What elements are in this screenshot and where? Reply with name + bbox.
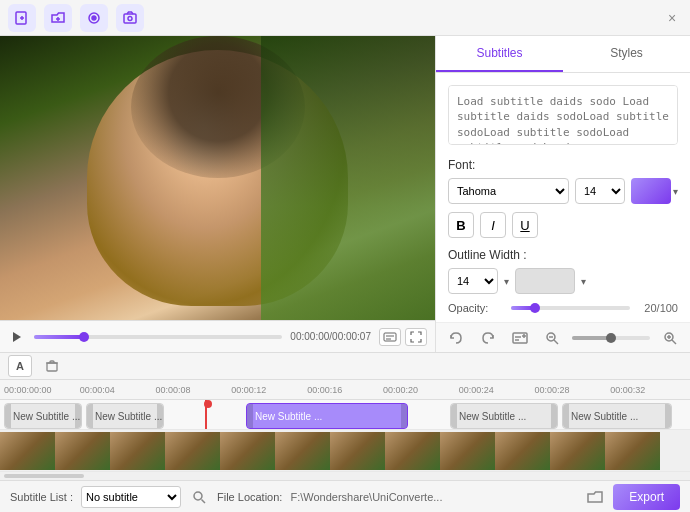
photo-thumb-3	[110, 432, 165, 470]
clip-4-left-handle[interactable]	[451, 404, 457, 428]
tab-styles[interactable]: Styles	[563, 36, 690, 72]
time-mark-1: 00:00:04	[80, 385, 156, 395]
main-content: 00:00:00/00:00:07	[0, 36, 690, 352]
subtitle-textarea[interactable]	[448, 85, 678, 145]
subtitle-clip-4[interactable]: New Subtitle ...	[450, 403, 558, 429]
video-panel: 00:00:00/00:00:07	[0, 36, 435, 352]
zoom-out-icon[interactable]	[540, 326, 564, 350]
clip-5-left-handle[interactable]	[563, 404, 569, 428]
zoom-in-icon[interactable]	[658, 326, 682, 350]
bottom-bar: Subtitle List : No subtitle File Locatio…	[0, 480, 690, 512]
italic-button[interactable]: I	[480, 212, 506, 238]
add-folder-icon[interactable]	[44, 4, 72, 32]
time-mark-5: 00:00:20	[383, 385, 459, 395]
subtitle-list-label: Subtitle List :	[10, 491, 73, 503]
clip-2-left-handle[interactable]	[87, 404, 93, 428]
clip-3-right-handle[interactable]	[401, 404, 407, 428]
photo-thumb-8	[385, 432, 440, 470]
clip-1-left-handle[interactable]	[5, 404, 11, 428]
subtitle-list-select[interactable]: No subtitle	[81, 486, 181, 508]
time-mark-3: 00:00:12	[231, 385, 307, 395]
font-size-select[interactable]: 14	[575, 178, 625, 204]
opacity-thumb	[530, 303, 540, 313]
time-mark-7: 00:00:28	[534, 385, 610, 395]
time-mark-0: 00:00:00:00	[4, 385, 80, 395]
svg-point-8	[128, 16, 132, 20]
delete-clip-icon[interactable]	[40, 355, 64, 377]
opacity-slider[interactable]	[511, 306, 630, 310]
control-icons	[379, 328, 427, 346]
time-mark-4: 00:00:16	[307, 385, 383, 395]
svg-marker-9	[13, 332, 21, 342]
timeline-scrollbar[interactable]	[0, 472, 690, 480]
play-button[interactable]	[8, 328, 26, 346]
subtitle-clip-1[interactable]: New Subtitle ...	[4, 403, 82, 429]
subtitle-add-icon[interactable]	[508, 326, 532, 350]
zoom-thumb	[606, 333, 616, 343]
timeline-section: A 00:00:00:00 00:00:04 00:00:08 00:00:12…	[0, 352, 690, 480]
subtitle-clip-5[interactable]: New Subtitle ...	[562, 403, 672, 429]
subtitle-clips-track: New Subtitle ... New Subtitle ... New Su…	[0, 400, 690, 430]
capture-icon[interactable]	[116, 4, 144, 32]
underline-button[interactable]: U	[512, 212, 538, 238]
font-family-select[interactable]: Tahoma	[448, 178, 569, 204]
svg-rect-10	[384, 333, 396, 341]
add-file-icon[interactable]	[8, 4, 36, 32]
tab-subtitles[interactable]: Subtitles	[436, 36, 563, 72]
file-location-label: File Location:	[217, 491, 282, 503]
bold-button[interactable]: B	[448, 212, 474, 238]
outline-row: 14 ▾ ▾	[448, 268, 678, 294]
opacity-row: Opacity: 20/100	[448, 302, 678, 314]
clip-3-left-handle[interactable]	[247, 404, 253, 428]
photo-thumb-7	[330, 432, 385, 470]
clip-1-right-handle[interactable]	[75, 404, 81, 428]
subtitle-text-icon[interactable]: A	[8, 355, 32, 377]
color-dropdown-arrow[interactable]: ▾	[673, 186, 678, 197]
browse-folder-button[interactable]	[585, 487, 605, 507]
font-label: Font:	[448, 158, 678, 172]
undo-button[interactable]	[444, 326, 468, 350]
photo-thumb-4	[165, 432, 220, 470]
outline-label: Outline Width :	[448, 248, 678, 262]
right-panel-toolbar	[436, 322, 690, 352]
clip-4-right-handle[interactable]	[551, 404, 557, 428]
fullscreen-icon[interactable]	[405, 328, 427, 346]
panel-tabs: Subtitles Styles	[436, 36, 690, 73]
photo-thumb-2	[55, 432, 110, 470]
app-window: ×	[0, 0, 690, 512]
svg-line-22	[672, 340, 676, 344]
outline-color-dropdown-arrow[interactable]: ▾	[581, 276, 586, 287]
outline-width-select[interactable]: 14	[448, 268, 498, 294]
svg-line-19	[554, 340, 558, 344]
format-row: B I U	[448, 212, 678, 238]
outline-color-button[interactable]	[515, 268, 575, 294]
svg-rect-13	[513, 333, 527, 343]
svg-rect-7	[124, 14, 136, 23]
clip-2-right-handle[interactable]	[157, 404, 163, 428]
close-button[interactable]: ×	[662, 8, 682, 28]
opacity-value: 20/100	[638, 302, 678, 314]
progress-thumb	[79, 332, 89, 342]
right-panel: Subtitles Styles Font: Tahoma 14	[435, 36, 690, 352]
svg-point-27	[194, 492, 202, 500]
redo-button[interactable]	[476, 326, 500, 350]
opacity-label: Opacity:	[448, 302, 503, 314]
photo-thumb-5	[220, 432, 275, 470]
subtitle-clip-2[interactable]: New Subtitle ...	[86, 403, 164, 429]
time-mark-2: 00:00:08	[156, 385, 232, 395]
subtitle-toggle-icon[interactable]	[379, 328, 401, 346]
zoom-slider[interactable]	[572, 336, 650, 340]
font-color-button[interactable]	[631, 178, 671, 204]
clip-5-right-handle[interactable]	[665, 404, 671, 428]
time-mark-8: 00:00:32	[610, 385, 686, 395]
subtitle-search-button[interactable]	[189, 487, 209, 507]
timeline-scroll-thumb[interactable]	[4, 474, 84, 478]
outline-dropdown-arrow[interactable]: ▾	[504, 276, 509, 287]
timeline-toolbar: A	[0, 352, 690, 380]
screen-record-icon[interactable]	[80, 4, 108, 32]
export-button[interactable]: Export	[613, 484, 680, 510]
photo-thumb-1	[0, 432, 55, 470]
progress-bar[interactable]	[34, 335, 282, 339]
subtitle-clip-3[interactable]: New Subtitle ...	[246, 403, 408, 429]
svg-line-28	[201, 499, 205, 503]
